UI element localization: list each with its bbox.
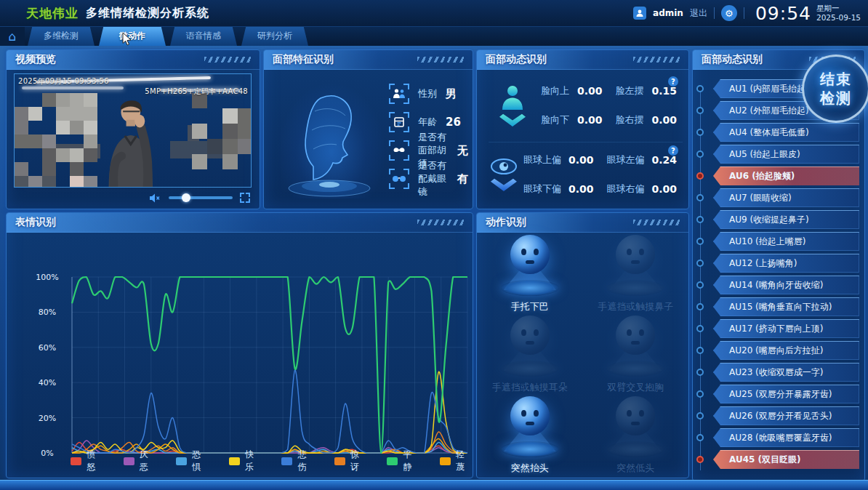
chevron-base <box>491 177 517 191</box>
legend-item: 恐惧 <box>176 449 209 473</box>
video-controls <box>14 190 250 205</box>
action-recognition-panel: 动作识别 手托下巴 手遮挡或触摸鼻子 手遮挡或触摸耳朵 双臂交叉抱胸 突然抬头 <box>476 212 689 478</box>
hologram-orb <box>494 396 566 457</box>
feature-row-gender: 性别 男 <box>389 84 468 104</box>
divider <box>714 7 715 19</box>
legend-item: 快乐 <box>229 449 262 473</box>
action-label: 手托下巴 <box>511 300 549 313</box>
panel-title-face-dynamic: 面部动态识别 <box>477 50 688 70</box>
feature-value: 有 <box>457 172 468 186</box>
legend-item: 轻蔑 <box>440 449 473 473</box>
person-in-video <box>86 90 173 187</box>
action-arms-crossed: 双臂交叉抱胸 <box>583 314 689 395</box>
tab-analysis[interactable]: 研判分析 <box>241 26 308 46</box>
metric-value: 0.24 <box>651 154 683 166</box>
face-dynamic-panel: 面部动态识别 ? 脸向上 0.00 脸左摆 0.15 脸向下 0.00 脸右摆 … <box>476 49 689 209</box>
legend-swatch <box>229 457 240 465</box>
action-label: 突然低头 <box>616 462 654 475</box>
legend-swatch <box>71 457 81 465</box>
metric-label: 眼球下偏 <box>523 182 561 196</box>
legend-swatch <box>176 457 187 465</box>
legend-label: 愤怒 <box>87 449 103 473</box>
legend-swatch <box>334 457 345 465</box>
help-icon[interactable]: ? <box>668 145 678 156</box>
top-header: 天地伟业 多维情绪检测分析系统 admin 退出 ⚙ 09:54 星期一 202… <box>0 0 868 27</box>
svg-text:40%: 40% <box>39 378 56 387</box>
home-icon[interactable]: ⌂ <box>0 26 25 46</box>
action-label: 双臂交叉抱胸 <box>607 381 664 394</box>
tab-voice-emotion[interactable]: 语音情感 <box>170 26 237 46</box>
legend-label: 平静 <box>403 449 419 473</box>
au-row-au23: AU23 (收缩双唇成一字) <box>713 363 859 382</box>
expression-line-chart: 100%80%60%40%20%0% <box>11 236 476 456</box>
metric-label: 眼球右偏 <box>606 182 644 196</box>
footer-bar <box>0 480 868 490</box>
metric-label: 脸右摆 <box>615 113 643 126</box>
person-icon <box>500 84 525 111</box>
feature-row-beard: 是否有面部胡须 无 <box>389 140 468 161</box>
metric-value: 0.00 <box>576 114 608 126</box>
hologram-orb <box>599 235 672 296</box>
divider <box>744 7 744 19</box>
privacy-mosaic <box>15 93 96 187</box>
clock-time: 09:54 <box>755 3 811 24</box>
metric-label: 眼球左偏 <box>606 153 644 166</box>
feature-label: 性别 <box>418 87 437 100</box>
username: admin <box>653 8 683 18</box>
user-avatar-icon <box>633 7 646 20</box>
eye-icon <box>490 158 518 175</box>
svg-text:60%: 60% <box>39 343 56 353</box>
action-sudden-head-down: 突然低头 <box>583 395 689 476</box>
feature-row-age: 年龄 26 <box>389 112 468 132</box>
hologram-orb <box>599 396 672 457</box>
action-label: 突然抬头 <box>511 462 549 475</box>
legend-swatch <box>387 457 398 465</box>
hologram-orb <box>494 235 566 296</box>
volume-slider[interactable] <box>169 196 233 199</box>
tab-multidim-detect[interactable]: 多维检测 <box>28 26 95 46</box>
au-row-au4: AU4 (整体眉毛低垂) <box>713 123 859 142</box>
tab-micro-action[interactable]: 微动作 <box>99 26 166 46</box>
metric-value: 0.00 <box>568 154 600 166</box>
metric-value: 0.00 <box>576 85 608 97</box>
au-row-au7: AU7 (眼睛收缩) <box>713 188 859 207</box>
fullscreen-icon[interactable] <box>240 193 250 203</box>
glasses-icon <box>389 169 409 189</box>
head-pose-group: ? 脸向上 0.00 脸左摆 0.15 脸向下 0.00 脸右摆 0.00 <box>489 73 683 137</box>
feature-value: 无 <box>457 144 468 158</box>
action-touch-ear: 手遮挡或触摸耳朵 <box>477 314 583 395</box>
chart-legend: 愤怒 厌恶 恐惧 快乐 悲伤 惊讶 平静 轻蔑 <box>71 449 473 473</box>
volume-knob[interactable] <box>182 193 190 202</box>
logout-button[interactable]: 退出 <box>690 7 707 20</box>
au-list: AU1 (内部眉毛抬起) AU2 (外部眉毛抬起) AU4 (整体眉毛低垂) A… <box>704 79 859 472</box>
metric-value: 0.00 <box>651 183 683 195</box>
metric-label: 脸左摆 <box>615 84 643 97</box>
au-row-au9: AU9 (收缩提起鼻子) <box>713 210 859 229</box>
video-frame[interactable]: 2025年09月15 09:53:56 5MP+H265+定码率+AAC48 <box>14 73 252 188</box>
eye-gaze-group: ? 眼球上偏 0.00 眼球左偏 0.24 眼球下偏 0.00 眼球右偏 0.0… <box>489 142 683 206</box>
legend-item: 惊讶 <box>334 449 368 473</box>
legend-label: 厌恶 <box>140 449 156 473</box>
legend-item: 厌恶 <box>124 449 157 473</box>
action-touch-nose: 手遮挡或触摸鼻子 <box>583 233 689 314</box>
au-row-au6: AU6 (抬起脸颊) <box>713 166 859 185</box>
panel-title-face-feature: 面部特征识别 <box>264 50 473 70</box>
clock-date: 2025-09-15 <box>816 13 861 23</box>
panel-title-action: 动作识别 <box>477 213 688 233</box>
au-row-au15: AU15 (嘴角垂直向下拉动) <box>713 297 859 316</box>
au-row-au26: AU26 (双唇分开看见舌头) <box>713 406 859 425</box>
help-icon[interactable]: ? <box>668 76 678 87</box>
action-hand-on-chin: 手托下巴 <box>477 233 583 314</box>
legend-label: 惊讶 <box>350 449 367 473</box>
legend-swatch <box>281 457 292 465</box>
hologram-head <box>277 82 386 198</box>
legend-item: 愤怒 <box>71 449 104 473</box>
privacy-mosaic <box>192 93 251 169</box>
svg-text:100%: 100% <box>36 273 58 282</box>
stop-detection-button[interactable]: 结束检测 <box>802 55 868 123</box>
au-row-au12: AU12 (上扬嘴角) <box>713 254 859 273</box>
mute-icon[interactable] <box>150 193 161 203</box>
settings-gear-icon[interactable]: ⚙ <box>721 5 737 21</box>
video-osd-codec: 5MP+H265+定码率+AAC48 <box>145 87 248 97</box>
feature-row-glasses: 是否有配戴眼镜 有 <box>389 169 468 189</box>
